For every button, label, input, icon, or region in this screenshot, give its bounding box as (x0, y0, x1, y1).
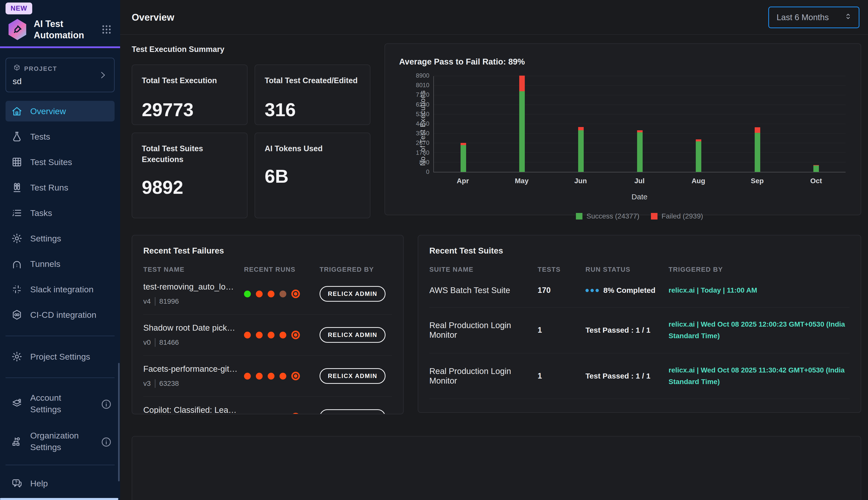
grid-icon (11, 156, 23, 168)
suite-triggered-by[interactable]: relicx.ai | Wed Oct 08 2025 11:30:42 GMT… (669, 364, 849, 388)
app-title: AI Test Automation (34, 18, 94, 41)
triggered-by-button[interactable]: RELICX ADMIN (319, 327, 386, 343)
sidebar-item-test-runs[interactable]: Test Runs (5, 177, 115, 198)
suites-title: Recent Test Suites (429, 246, 849, 255)
project-selector[interactable]: PROJECT sd (5, 58, 115, 92)
suite-triggered-by[interactable]: relicx.ai | Wed Oct 08 2025 12:00:23 GMT… (669, 319, 849, 342)
suites-table-body: AWS Batch Test Suite1708% Completedrelic… (429, 273, 849, 413)
suite-row-1[interactable]: Real Production Login Monitor1Test Passe… (429, 307, 849, 353)
sidebar-item-tasks[interactable]: Tasks (5, 203, 115, 223)
run-status-dot (280, 414, 286, 414)
pass-fail-chart-card: Average Pass to Fail Ratio: 89% No. of T… (385, 43, 861, 215)
run-status-text: 8% Completed (603, 286, 656, 295)
sidebar-item-overview[interactable]: Overview (5, 101, 115, 122)
failure-name-cell: Copilot: Classified: Leave...v663129 (143, 405, 244, 414)
test-tube-icon (11, 23, 24, 36)
run-status-dot (256, 373, 263, 379)
y-tick-label: 890 (419, 159, 429, 166)
recent-runs (244, 372, 319, 380)
failures-title: Recent Test Failures (143, 246, 392, 255)
divider (5, 336, 115, 336)
documentation-card: Harness AI Test Automation Documentation… (132, 436, 861, 500)
info-icon[interactable] (101, 436, 111, 447)
test-name: test-removing_auto_login... (143, 282, 244, 292)
stat-card-1: Total Test Created/Edited316 (255, 65, 371, 125)
failure-row-1[interactable]: Shadow root Date picker ...v081466RELICX… (143, 314, 392, 355)
failure-row-2[interactable]: Facets-performance-gitla...v363238RELICX… (143, 355, 392, 396)
sidebar-item-project-settings[interactable]: Project Settings (5, 346, 115, 367)
x-tick-label: Aug (669, 177, 728, 185)
bar-group-jun (551, 76, 610, 172)
bar-failed-segment (637, 130, 643, 133)
run-status-dot (268, 373, 274, 379)
y-tick-label: 7120 (416, 91, 429, 98)
divider (155, 379, 155, 388)
stat-card-label: Total Test Suites Executions (142, 143, 237, 165)
suite-tests-count: 1 (538, 372, 585, 380)
date-range-select[interactable]: Last 6 Months (768, 7, 859, 28)
run-status-target-icon (291, 413, 300, 414)
run-status-dot (256, 414, 263, 414)
suite-row-3[interactable]: Real Production Login Monitor1Test Passe… (429, 399, 849, 413)
sidebar-item-settings[interactable]: Settings (5, 228, 115, 249)
stat-card-label: AI Tokens Used (265, 143, 360, 154)
sidebar-nav-project: Project Settings (0, 346, 120, 367)
sidebar-item-slack-integration[interactable]: Slack integration (5, 279, 115, 300)
sidebar-item-label: CI-CD integration (30, 310, 96, 320)
home-icon (11, 105, 23, 117)
x-axis-labels: AprMayJunJulAugSepOct (433, 177, 846, 185)
legend-label: Failed (2939) (661, 212, 703, 220)
sidebar-item-account-settings[interactable]: Account Settings (5, 388, 115, 419)
bar-group-jul (610, 76, 669, 172)
test-name: Shadow root Date picker ... (143, 323, 244, 333)
stat-card-value: 6B (265, 166, 360, 187)
layers-icon (11, 398, 23, 410)
sidebar-item-organization-settings[interactable]: Organization Settings (5, 426, 115, 457)
run-status-dot (268, 291, 274, 297)
bar-success-segment (460, 145, 466, 172)
vertical-scrollbar[interactable] (118, 363, 120, 481)
suite-triggered-by[interactable]: relicx.ai | Today | 11:00 AM (669, 285, 849, 296)
triggered-by-button[interactable]: RELICX ADMIN (319, 368, 386, 384)
info-icon[interactable] (101, 398, 111, 409)
suite-row-0[interactable]: AWS Batch Test Suite1708% Completedrelic… (429, 273, 849, 307)
bar-failed-segment (696, 139, 701, 141)
failure-row-3[interactable]: Copilot: Classified: Leave...v663129RELI… (143, 396, 392, 414)
triggered-by-button[interactable]: RELICX ADMIN (319, 409, 386, 414)
suite-name: Real Production Login Monitor (429, 366, 538, 386)
run-status-dot (280, 373, 286, 379)
bar-group-oct (787, 76, 846, 172)
y-tick-label: 8900 (416, 72, 429, 79)
suite-triggered-by[interactable]: relicx.ai | Wed Oct 08 2025 11:00:44 GMT… (669, 410, 849, 413)
stat-cards: Total Test Execution29773Total Test Crea… (132, 65, 371, 218)
failures-table-header: TEST NAME RECENT RUNS TRIGGERED BY (143, 266, 392, 273)
horizontal-scrollbar[interactable] (0, 498, 118, 500)
sidebar-item-tests[interactable]: Tests (5, 126, 115, 147)
failure-row-0[interactable]: test-removing_auto_login...v481996RELICX… (143, 273, 392, 314)
page-title: Overview (132, 12, 174, 23)
x-tick-label: Jun (551, 177, 610, 185)
sidebar-item-label: Test Suites (30, 157, 72, 167)
bar-success-segment (519, 91, 525, 172)
triggered-by-button[interactable]: RELICX ADMIN (319, 286, 386, 302)
suite-row-2[interactable]: Real Production Login Monitor1Test Passe… (429, 353, 849, 399)
section-title: Test Execution Summary (132, 45, 371, 54)
run-status-text: Test Passed : 1 / 1 (585, 326, 650, 334)
run-status-dot (268, 332, 274, 339)
sidebar-item-help[interactable]: ? Help (5, 474, 115, 493)
failures-table-body: test-removing_auto_login...v481996RELICX… (143, 273, 392, 414)
recent-runs (244, 289, 319, 298)
run-status-dot (244, 414, 251, 414)
y-tick-label: 6230 (416, 101, 429, 108)
sidebar-item-label: Project Settings (30, 352, 90, 362)
apps-grid-icon[interactable] (101, 23, 113, 35)
test-id: 81466 (160, 339, 179, 346)
chevron-right-icon (98, 70, 107, 80)
bar-group-aug (669, 76, 728, 172)
bar-success-segment (813, 166, 819, 172)
sidebar-item-tunnels[interactable]: Tunnels (5, 253, 115, 274)
svg-text:?: ? (15, 480, 17, 484)
sidebar-item-test-suites[interactable]: Test Suites (5, 152, 115, 172)
run-status-dot (280, 332, 286, 339)
sidebar-item-cicd-integration[interactable]: CI-CD integration (5, 305, 115, 325)
